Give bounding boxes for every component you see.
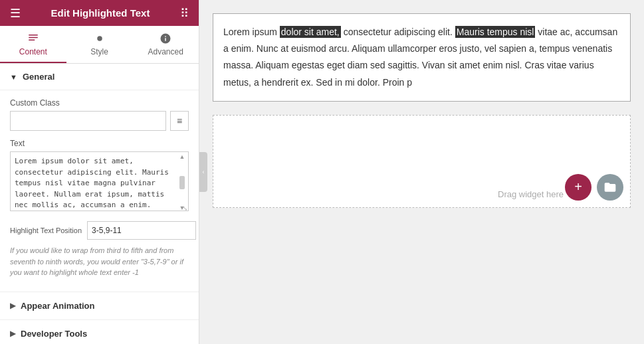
text-textarea[interactable]: Lorem ipsum dolor sit amet, consectetur …	[10, 151, 189, 211]
fab-add-button[interactable]: +	[565, 174, 591, 201]
fab-buttons: +	[565, 174, 623, 201]
developer-tools-header[interactable]: ▶ Developer Tools	[0, 320, 199, 345]
hamburger-icon[interactable]: ☰	[10, 6, 21, 21]
svg-rect-0	[29, 35, 38, 36]
preview-text-before: Lorem ipsum	[223, 27, 280, 37]
svg-rect-2	[29, 40, 35, 41]
appear-animation-header[interactable]: ▶ Appear Animation	[0, 292, 199, 319]
custom-class-icon-btn[interactable]: ≡	[170, 111, 189, 131]
svg-point-3	[97, 36, 102, 41]
highlight-2: Mauris tempus nisl	[455, 26, 536, 38]
highlight-1: dolor sit amet,	[280, 26, 341, 38]
main-content: Lorem ipsum dolor sit amet, consectetur …	[199, 0, 644, 344]
sidebar: ☰ Edit Highlighted Text ⠿ Content Style …	[0, 0, 199, 344]
highlight-position-label: Highlight Text Position	[10, 226, 82, 234]
sidebar-title: Edit Highlighted Text	[51, 7, 150, 19]
appear-animation-label: Appear Animation	[21, 301, 94, 311]
custom-class-row: ≡	[10, 111, 189, 131]
tab-advanced[interactable]: Advanced	[132, 26, 199, 63]
general-arrow: ▼	[10, 73, 17, 81]
sidebar-tabs: Content Style Advanced	[0, 26, 199, 64]
general-label: General	[23, 72, 54, 82]
general-section-header[interactable]: ▼ General	[0, 64, 199, 90]
custom-class-label: Custom Class	[10, 98, 189, 108]
scroll-up-arrow: ▲	[179, 153, 185, 160]
text-preview-box: Lorem ipsum dolor sit amet, consectetur …	[213, 13, 631, 102]
tab-style[interactable]: Style	[66, 26, 133, 63]
tab-content[interactable]: Content	[0, 26, 66, 63]
developer-tools-label: Developer Tools	[21, 329, 87, 339]
appear-animation-section: ▶ Appear Animation	[0, 292, 199, 320]
grid-icon[interactable]: ⠿	[180, 6, 189, 21]
highlight-position-row: Highlight Text Position	[10, 221, 189, 240]
drop-zone: Drag widget here +	[213, 115, 631, 208]
textarea-drag-handle[interactable]: ⤡	[182, 205, 187, 212]
text-textarea-container: Lorem ipsum dolor sit amet, consectetur …	[10, 151, 189, 213]
developer-tools-arrow: ▶	[10, 329, 15, 338]
hint-text: If you would like to wrap from third to …	[10, 245, 189, 278]
text-label: Text	[10, 139, 189, 148]
svg-rect-1	[29, 37, 38, 39]
sidebar-content: ▼ General Custom Class ≡ Text Lorem ipsu…	[0, 64, 199, 344]
scroll-thumb	[179, 176, 185, 189]
drag-widget-label: Drag widget here	[498, 189, 564, 199]
fab-folder-button[interactable]	[597, 174, 623, 201]
developer-tools-section: ▶ Developer Tools	[0, 320, 199, 345]
custom-class-input[interactable]	[10, 111, 166, 131]
appear-animation-arrow: ▶	[10, 301, 15, 310]
sidebar-header: ☰ Edit Highlighted Text ⠿	[0, 0, 199, 26]
preview-text-mid: consectetur adipiscing elit.	[341, 27, 455, 37]
highlight-position-input[interactable]	[87, 221, 196, 240]
general-section-body: Custom Class ≡ Text Lorem ipsum dolor si…	[0, 90, 199, 292]
